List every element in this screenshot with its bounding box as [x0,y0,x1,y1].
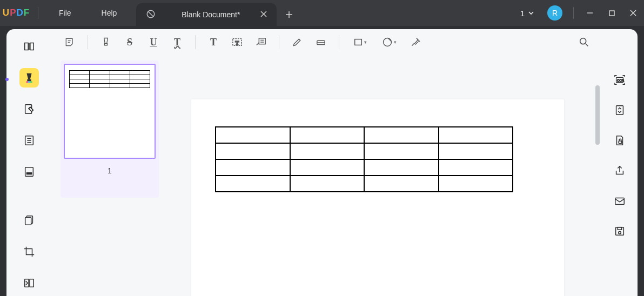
separator [279,35,279,49]
textbox-tool[interactable]: T [226,32,249,52]
window-maximize-button[interactable] [601,10,622,17]
right-rail: OCR [602,29,638,296]
svg-rect-11 [27,79,31,82]
rectangle-icon [353,37,363,47]
underline-tool[interactable]: U [142,32,165,52]
svg-rect-20 [25,167,33,177]
separator [195,35,196,49]
table-row[interactable] [216,159,513,176]
share-button[interactable] [610,161,629,180]
table-row[interactable] [216,127,513,143]
file-lock-icon [614,134,626,146]
highlight-tool[interactable] [95,32,117,52]
text-icon: T [210,37,217,48]
squiggly-tool[interactable]: T [166,32,189,52]
squiggly-icon: T [174,37,180,48]
email-button[interactable] [610,191,629,211]
comment-mode-button[interactable] [19,68,39,88]
thumbnail-panel: 1 [52,55,167,296]
document-tab[interactable]: Blank Document* [136,3,277,26]
stamp-tool[interactable]: ▾ [375,32,403,52]
pin-icon [410,37,421,48]
convert-icon [614,104,626,116]
user-avatar[interactable]: R [547,5,562,21]
text-tool[interactable]: T [202,32,225,52]
book-open-icon [23,41,35,52]
chevron-down-icon: ▾ [364,39,367,45]
eraser-tool[interactable] [310,32,332,52]
edit-pdf-button[interactable] [19,99,39,119]
underline-icon: U [150,37,157,48]
svg-rect-45 [615,198,625,205]
convert-button[interactable] [610,100,629,120]
menu-help[interactable]: Help [86,9,132,17]
window-close-button[interactable] [622,9,644,17]
ocr-button[interactable]: OCR [610,70,629,90]
pencil-tool[interactable] [286,32,308,52]
svg-point-39 [580,38,586,44]
strikethrough-tool[interactable]: S [118,32,141,52]
svg-text:T: T [235,39,239,46]
thumbnail-card[interactable]: 1 [61,60,159,198]
svg-rect-36 [354,39,361,45]
eraser-icon [315,37,327,48]
table-row[interactable] [216,176,513,192]
tab-title: Blank Document* [163,10,258,19]
text-box-icon: T [231,37,243,48]
svg-point-48 [619,231,621,234]
svg-rect-7 [609,11,614,16]
sticker-icon [382,37,393,48]
shape-tool[interactable]: ▾ [346,32,374,52]
mail-icon [614,195,626,207]
organize-pages-button[interactable] [19,131,39,150]
search-icon [578,36,590,48]
crop-button[interactable] [19,242,39,261]
svg-rect-25 [30,279,33,287]
page-lines-icon [23,134,35,146]
svg-rect-14 [30,81,32,83]
divider [573,7,574,19]
svg-rect-47 [618,227,621,230]
active-indicator-dot [5,78,9,81]
page-tools-button[interactable] [19,211,39,230]
tab-blank-icon [146,9,156,21]
scrollbar-thumb[interactable] [595,85,600,145]
sticky-note-icon [64,37,75,48]
svg-text:OCR: OCR [617,79,625,82]
svg-line-38 [412,44,414,46]
divider [38,7,38,19]
page-viewport[interactable] [176,55,602,296]
document-area: 1 [52,55,602,296]
workspace-inner: S U T T T [6,29,638,296]
separator [88,35,88,49]
workspace: S U T T T [0,26,644,296]
new-tab-button[interactable] [277,9,301,21]
save-button[interactable] [610,221,629,241]
vertical-scrollbar[interactable] [595,85,600,296]
chevron-down-icon [528,10,534,16]
callout-tool[interactable] [250,32,272,52]
thumbnail-table [69,70,150,88]
window-minimize-button[interactable] [579,9,601,17]
svg-line-40 [586,44,588,46]
table-row[interactable] [216,143,513,159]
reader-mode-button[interactable] [19,37,39,56]
thumbnail-page [64,64,156,159]
app-logo: UPDF [0,8,32,18]
compare-button[interactable] [19,273,39,293]
marker-icon [100,37,111,48]
svg-rect-44 [619,141,622,144]
redact-button[interactable] [19,162,39,181]
search-button[interactable] [573,32,595,52]
document-page[interactable] [191,99,564,296]
protect-button[interactable] [610,131,629,150]
compare-icon [23,277,35,289]
window-count-dropdown[interactable]: 1 [520,9,534,18]
document-table[interactable] [215,126,513,192]
chevron-down-icon: ▾ [394,39,397,45]
menu-file[interactable]: File [44,9,86,17]
pin-tool[interactable] [404,32,427,52]
tab-close-button[interactable] [258,8,269,21]
note-tool[interactable] [58,32,81,52]
svg-rect-21 [26,173,31,174]
